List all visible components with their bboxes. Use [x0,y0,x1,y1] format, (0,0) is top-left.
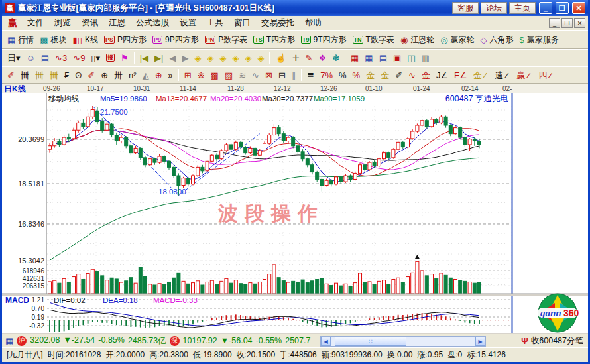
tool-nav-first[interactable]: |◀ [137,50,151,65]
tool-triangle[interactable]: ◭ [140,68,152,82]
titlebar-button-0[interactable]: 客服 [452,2,479,14]
tool-brush[interactable]: ✐ [5,68,17,82]
tool-fan-lines[interactable]: ※ [195,68,207,82]
tool-crosshair-tool[interactable]: ✛ [290,50,302,65]
tool-nav-next[interactable]: ▶ [179,50,191,65]
tool-cross-box[interactable]: ⊠ [263,68,275,82]
tool-p-square[interactable]: PSP四方形 [101,32,149,47]
tool-cycle-circle[interactable]: ⊕ [98,68,111,82]
menu-item-9[interactable]: 帮助 [300,17,327,29]
menu-item-4[interactable]: 公式选股 [131,17,174,29]
tool-p-table[interactable]: PNP数字表 [202,32,251,47]
tool-hexagon[interactable]: ◇六角形 [478,32,516,47]
tool-share[interactable]: ◫ [404,50,418,65]
chart-area[interactable]: 09-2610-1710-3111-1411-2812-1212-2601-10… [2,84,588,333]
tool-channel[interactable]: ≋ [236,68,249,82]
tool-kline[interactable]: ▮▯K线 [70,32,101,47]
titlebar-button-2[interactable]: 主页 [509,2,536,14]
menu-item-7[interactable]: 窗口 [229,17,256,29]
menu-item-0[interactable]: 文件 [22,17,49,29]
tool-spiral[interactable]: ʘ [72,68,84,82]
menu-item-5[interactable]: 设置 [174,17,202,29]
tool-j-angle[interactable]: J∠ [434,68,451,82]
tool-diamond-h[interactable]: ◈ [217,50,229,65]
tool-diamond-plus[interactable]: ◈ [242,50,254,65]
tool-golden-gate-2[interactable]: 卌 [47,68,61,82]
tool-percent[interactable]: % [336,68,349,82]
mdi-minimize-button[interactable]: _ [549,18,560,28]
tool-wave-9[interactable]: ∿9 [70,50,88,65]
menu-item-1[interactable]: 浏览 [49,17,76,29]
tool-save[interactable]: ▣ [390,50,404,65]
mdi-close-button[interactable]: ✕ [574,18,585,28]
tool-pattern-tool[interactable]: ❃ [329,50,342,65]
tool-golden-gate-1[interactable]: 卌 [32,68,46,82]
tool-grid-box[interactable]: ▩ [208,68,221,82]
menu-item-8[interactable]: 交易委托 [256,17,300,29]
tool-box-tool[interactable]: ⊞ [182,68,194,82]
scroll-left-icon[interactable]: ◀ [321,337,331,346]
tool-gann-wheel[interactable]: ◉江恩轮 [398,32,437,47]
tool-9p-square[interactable]: P99P四方形 [150,32,202,47]
tool-rect-grid[interactable]: ⊟ [276,68,288,82]
tool-winner-wheel[interactable]: ◎赢家轮 [438,32,477,47]
tool-gold-circle[interactable]: 金 [363,68,377,82]
tool-wave-a[interactable]: ∿ [406,68,418,82]
tool-nav-prev[interactable]: ◀ [166,50,178,65]
tool-diamond-v[interactable]: ◈ [229,50,241,65]
minimize-button[interactable]: _ [539,2,552,14]
close-button[interactable]: ✕ [572,2,585,14]
menu-item-6[interactable]: 工具 [202,17,229,29]
tool-percent-7[interactable]: 7% [318,68,335,82]
tool-calculator[interactable]: ▦ [362,50,375,65]
tool-quote[interactable]: ▦行情 [5,32,36,47]
grid-icon[interactable]: ▦ [5,336,13,346]
tool-diamond-left[interactable]: ◈ [192,50,204,65]
tool-line-cluster[interactable]: 卅 [111,68,125,82]
tool-gann-compass[interactable]: ⊕ [152,68,165,82]
scroll-right-icon[interactable]: ▶ [475,337,485,346]
tool-report[interactable]: 报 [103,50,117,65]
tool-period-selector[interactable]: 日▾ [5,50,23,65]
tool-flag[interactable]: ⚑ [118,50,131,65]
tool-wave-3[interactable]: ∿3 [52,50,70,65]
tool-fibonacci[interactable]: ₣ [62,68,72,82]
tool-diamond-full[interactable]: ◈ [255,50,266,65]
tool-parallel[interactable]: ∥ [289,68,299,82]
tool-pen-tool[interactable]: ✎ [303,50,316,65]
tool-candle-style[interactable]: ▯▾ [88,50,103,65]
tool-t-table[interactable]: TNT数字表 [350,32,397,47]
tool-gold-lines[interactable]: 金 [378,68,392,82]
tool-n-square[interactable]: n² [126,68,139,82]
tool-9t-square[interactable]: T99T四方形 [298,32,349,47]
tool-shade-box[interactable]: ▨ [222,68,235,82]
tool-printer[interactable]: ▥ [419,50,432,65]
tool-diamond-right[interactable]: ◈ [204,50,216,65]
tool-t-square[interactable]: TST四方形 [251,32,298,47]
tool-nav-last[interactable]: ▶| [152,50,166,65]
tool-notes[interactable]: ▤ [377,50,390,65]
tool-gold-red[interactable]: 金 [419,68,433,82]
mdi-restore-button[interactable]: ❐ [561,18,573,28]
horizontal-scrollbar[interactable]: ◀ ∷ ▶ [320,336,486,347]
tool-winner-service[interactable]: $赢家服务 [517,32,561,47]
tool-percent-red[interactable]: % [350,68,363,82]
maximize-button[interactable]: ❐ [556,2,569,14]
tool-mask[interactable]: ☺ [24,50,38,65]
scroll-thumb[interactable]: ∷ [335,337,406,346]
menu-item-3[interactable]: 江恩 [103,17,131,29]
tool-win-angle[interactable]: 赢∠ [514,68,535,82]
menu-item-2[interactable]: 资讯 [76,17,103,29]
titlebar-button-1[interactable]: 论坛 [481,2,507,14]
tool-gold-angle[interactable]: 金∠ [471,68,492,82]
tool-f-angle[interactable]: F∠ [451,68,470,82]
tool-four-angle[interactable]: 四∠ [536,68,557,82]
tool-brush-2[interactable]: ✐ [85,68,97,82]
tool-zigzag[interactable]: ∿ [249,68,262,82]
tool-sectors[interactable]: ▩板块 [37,32,69,47]
tool-gann-gate[interactable]: 卌 [18,68,32,82]
tool-marker-pen[interactable]: ✐ [392,68,405,82]
tool-hand-tool[interactable]: ☝ [272,50,288,65]
tool-stamp-tool[interactable]: ❖ [316,50,329,65]
tool-info-doc[interactable]: ▤ [38,50,52,65]
